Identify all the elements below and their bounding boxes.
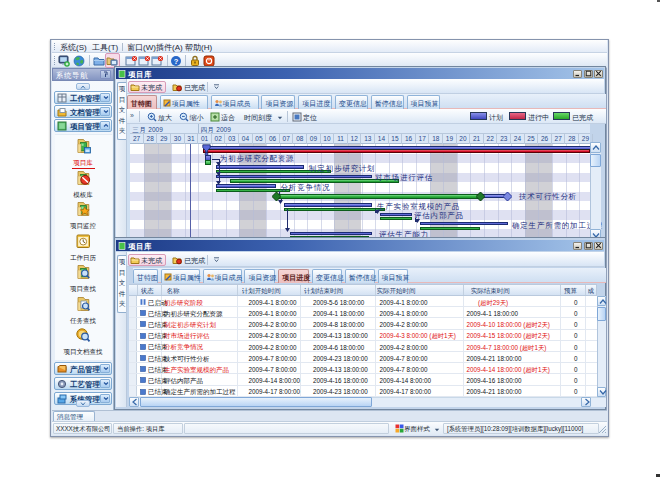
svg-text:?: ?	[174, 57, 179, 66]
